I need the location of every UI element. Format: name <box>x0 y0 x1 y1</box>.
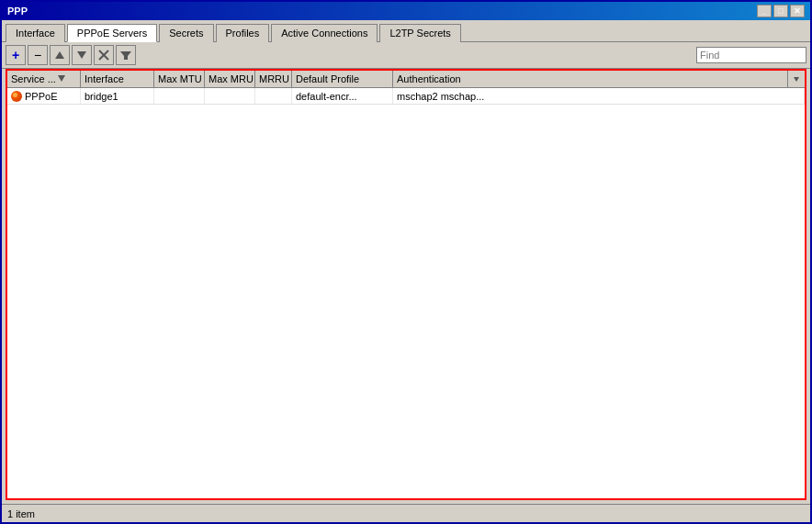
cell-mrru <box>255 88 292 104</box>
up-button[interactable] <box>50 45 70 65</box>
title-bar: PPP _ □ ✕ <box>2 2 810 20</box>
svg-marker-0 <box>55 51 64 59</box>
maximize-button[interactable]: □ <box>773 5 788 17</box>
content-area: Service ... Interface Max MTU Max MRU MR… <box>6 69 806 500</box>
svg-marker-1 <box>77 51 86 59</box>
find-box <box>696 47 806 63</box>
tab-secrets[interactable]: Secrets <box>159 24 213 42</box>
x-icon <box>98 50 109 61</box>
filter-icon <box>120 50 131 61</box>
col-header-maxmru[interactable]: Max MRU <box>205 71 255 87</box>
cell-defprofile: default-encr... <box>292 88 393 104</box>
status-bar: 1 item <box>2 504 810 522</box>
svg-marker-4 <box>120 51 131 60</box>
sort-icon <box>58 75 65 83</box>
filter-button[interactable] <box>116 45 136 65</box>
col-header-mrru[interactable]: MRRU <box>255 71 292 87</box>
tab-interface[interactable]: Interface <box>6 24 65 42</box>
tab-profiles[interactable]: Profiles <box>216 24 270 42</box>
pppoe-icon <box>11 91 22 102</box>
remove-button[interactable]: − <box>28 45 48 65</box>
col-header-service[interactable]: Service ... <box>7 71 81 87</box>
tab-pppoe-servers[interactable]: PPPoE Servers <box>67 24 157 42</box>
up-arrow-icon <box>55 50 64 60</box>
tab-active-connections[interactable]: Active Connections <box>271 24 378 42</box>
cell-auth: mschap2 mschap... <box>393 88 805 104</box>
table-row[interactable]: PPPoE bridge1 default-encr... mschap2 ms… <box>7 88 805 105</box>
down-button[interactable] <box>72 45 92 65</box>
col-header-expand[interactable] <box>788 71 805 87</box>
col-header-interface[interactable]: Interface <box>81 71 154 87</box>
minimize-button[interactable]: _ <box>757 5 772 17</box>
window-controls: _ □ ✕ <box>757 5 805 17</box>
delete-button[interactable] <box>94 45 114 65</box>
down-arrow-icon <box>77 50 86 60</box>
toolbar: + − <box>2 42 810 69</box>
tab-bar: Interface PPPoE Servers Secrets Profiles… <box>2 20 810 42</box>
cell-maxmtu <box>154 88 205 104</box>
window-title: PPP <box>7 6 28 17</box>
table-header: Service ... Interface Max MTU Max MRU MR… <box>7 71 805 88</box>
add-button[interactable]: + <box>6 45 26 65</box>
main-window: PPP _ □ ✕ Interface PPPoE Servers Secret… <box>0 0 812 524</box>
col-header-defprofile[interactable]: Default Profile <box>292 71 393 87</box>
col-header-maxmtu[interactable]: Max MTU <box>154 71 205 87</box>
close-button[interactable]: ✕ <box>790 5 805 17</box>
cell-interface: bridge1 <box>81 88 154 104</box>
svg-marker-6 <box>794 77 799 82</box>
tab-l2tp-secrets[interactable]: L2TP Secrets <box>379 24 460 42</box>
cell-service: PPPoE <box>7 88 81 104</box>
expand-icon <box>792 74 801 84</box>
find-input[interactable] <box>696 47 806 63</box>
status-text: 1 item <box>7 508 35 519</box>
svg-marker-5 <box>58 75 65 82</box>
cell-maxmru <box>205 88 255 104</box>
col-header-auth[interactable]: Authentication <box>393 71 788 87</box>
